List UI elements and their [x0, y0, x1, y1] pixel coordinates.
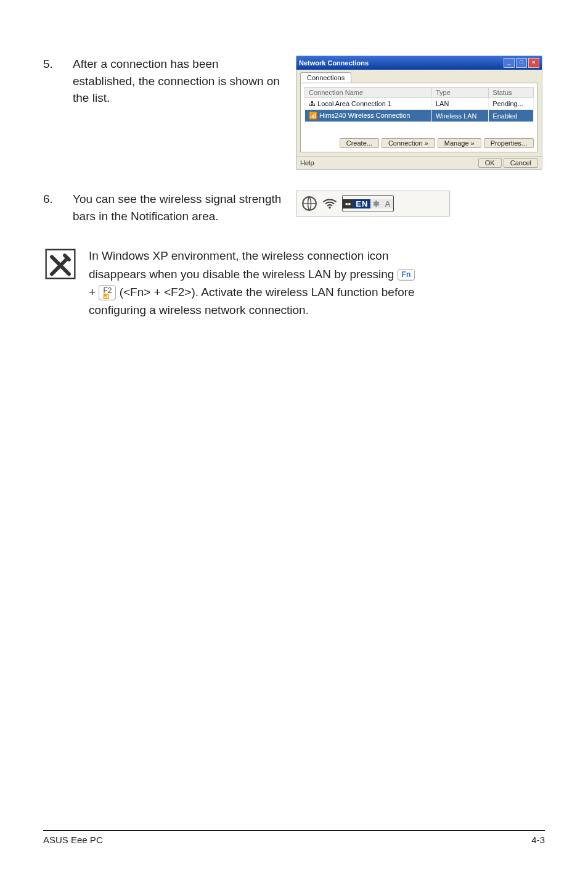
conn-name: Hims240 Wireless Connection	[319, 112, 410, 119]
footer-left: ASUS Eee PC	[43, 835, 103, 845]
conn-name: Local Area Connection 1	[317, 100, 391, 107]
conn-status: Pending...	[489, 98, 534, 110]
window-title: Network Connections	[299, 59, 369, 67]
note-icon	[43, 247, 78, 281]
fn-key-icon: Fn	[398, 269, 415, 281]
step5-text: After a connection has been established,…	[73, 56, 284, 107]
minimize-icon[interactable]: _	[504, 58, 515, 68]
globe-icon	[301, 196, 317, 212]
properties-button[interactable]: Properties...	[484, 138, 534, 148]
ime-option-icon: ✱	[370, 199, 382, 208]
note-line: +	[89, 286, 99, 299]
note-line: (<Fn> + <F2>). Activate the wireless LAN…	[120, 286, 415, 299]
step5-number: 5.	[43, 56, 73, 73]
note-line: disappears when you disable the wireless…	[89, 268, 398, 281]
tab-connections[interactable]: Connections	[300, 72, 351, 83]
col-name: Connection Name	[305, 88, 432, 98]
maximize-icon[interactable]: □	[516, 58, 527, 68]
note-line: In Windows XP environment, the wireless …	[89, 249, 389, 262]
status-help: Help	[300, 159, 314, 167]
connections-table: Connection Name Type Status 🖧 Local Area…	[304, 87, 534, 122]
language-code: EN	[353, 199, 370, 208]
note-text: In Windows XP environment, the wireless …	[89, 247, 415, 320]
step6-number: 6.	[43, 191, 73, 208]
step6-text: You can see the wireless signal strength…	[73, 191, 284, 225]
table-row[interactable]: 🖧 Local Area Connection 1 LAN Pending...	[305, 98, 534, 110]
ime-icon: ▪▪	[343, 199, 353, 208]
col-status: Status	[489, 88, 534, 98]
note-line: configuring a wireless network connectio…	[89, 303, 309, 316]
col-type: Type	[431, 88, 488, 98]
ime-letter-icon: A	[382, 199, 393, 208]
table-row[interactable]: 📶 Hims240 Wireless Connection Wireless L…	[305, 110, 534, 122]
cancel-button[interactable]: Cancel	[504, 158, 538, 168]
ok-button[interactable]: OK	[478, 158, 502, 168]
network-connections-window: Network Connections _ □ × Connections Co…	[296, 56, 542, 170]
connection-button[interactable]: Connection »	[382, 138, 435, 148]
conn-status: Enabled	[489, 110, 534, 122]
conn-type: Wireless LAN	[431, 110, 488, 122]
notification-tray: ▪▪ EN ✱ A	[296, 191, 450, 217]
f2-key-icon: F2📶	[99, 285, 116, 300]
window-titlebar: Network Connections _ □ ×	[296, 56, 542, 70]
language-indicator[interactable]: ▪▪ EN ✱ A	[342, 195, 394, 212]
wifi-icon	[321, 196, 338, 212]
svg-point-1	[329, 207, 330, 208]
conn-type: LAN	[431, 98, 488, 110]
footer-right: 4-3	[531, 835, 545, 845]
manage-button[interactable]: Manage »	[438, 138, 481, 148]
create-button[interactable]: Create...	[340, 138, 379, 148]
close-icon[interactable]: ×	[528, 58, 539, 68]
